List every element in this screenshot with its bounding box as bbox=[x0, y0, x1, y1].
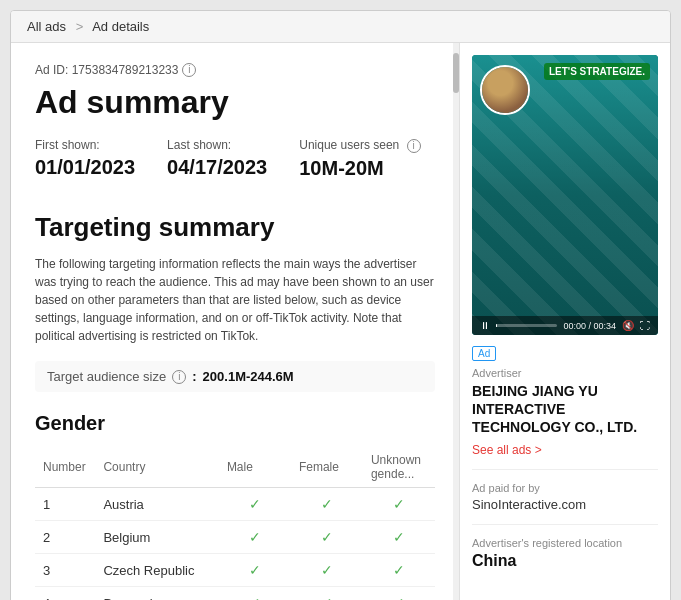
last-shown-label: Last shown: bbox=[167, 138, 267, 152]
unique-users-stat: Unique users seen i 10M-20M bbox=[299, 138, 420, 180]
unique-users-label: Unique users seen i bbox=[299, 138, 420, 153]
cell-unknown: ✓ bbox=[363, 554, 435, 587]
cell-country: Austria bbox=[95, 488, 218, 521]
gender-table: Number Country Male Female Unknown gende… bbox=[35, 447, 435, 600]
col-header-number: Number bbox=[35, 447, 95, 488]
table-row: 3 Czech Republic ✓ ✓ ✓ bbox=[35, 554, 435, 587]
cell-female: ✓ bbox=[291, 587, 363, 600]
cell-unknown: ✓ bbox=[363, 488, 435, 521]
cell-male: ✓ bbox=[219, 587, 291, 600]
breadcrumb-separator: > bbox=[76, 19, 84, 34]
reg-location-label: Advertiser's registered location bbox=[472, 537, 658, 549]
col-header-unknown: Unknown gende... bbox=[363, 447, 435, 488]
first-shown-label: First shown: bbox=[35, 138, 135, 152]
divider-1 bbox=[472, 469, 658, 470]
cell-male: ✓ bbox=[219, 488, 291, 521]
col-header-female: Female bbox=[291, 447, 363, 488]
unique-users-value: 10M-20M bbox=[299, 157, 420, 180]
cell-unknown: ✓ bbox=[363, 521, 435, 554]
cell-male: ✓ bbox=[219, 521, 291, 554]
breadcrumb-all-ads[interactable]: All ads bbox=[27, 19, 66, 34]
expand-icon[interactable]: ⛶ bbox=[640, 320, 650, 331]
paid-by-value: SinoInteractive.com bbox=[472, 497, 658, 512]
gender-section-title: Gender bbox=[35, 412, 435, 435]
paid-by-label: Ad paid for by bbox=[472, 482, 658, 494]
video-overlay-text: LET'S STRATEGIZE. bbox=[544, 63, 650, 80]
last-shown-value: 04/17/2023 bbox=[167, 156, 267, 179]
targeting-description: The following targeting information refl… bbox=[35, 255, 435, 345]
table-row: 1 Austria ✓ ✓ ✓ bbox=[35, 488, 435, 521]
first-shown-stat: First shown: 01/01/2023 bbox=[35, 138, 135, 180]
cell-number: 3 bbox=[35, 554, 95, 587]
video-controls: ⏸ 00:00 / 00:34 🔇 ⛶ bbox=[472, 316, 658, 335]
window: All ads > Ad details Ad ID: 175383478921… bbox=[10, 10, 671, 600]
last-shown-stat: Last shown: 04/17/2023 bbox=[167, 138, 267, 180]
cell-country: Belgium bbox=[95, 521, 218, 554]
advertiser-label: Advertiser bbox=[472, 367, 658, 379]
progress-bar[interactable] bbox=[496, 324, 557, 327]
first-shown-value: 01/01/2023 bbox=[35, 156, 135, 179]
ad-id-row: Ad ID: 1753834789213233 i bbox=[35, 63, 435, 77]
breadcrumb-current: Ad details bbox=[92, 19, 149, 34]
cell-number: 4 bbox=[35, 587, 95, 600]
breadcrumb: All ads > Ad details bbox=[11, 11, 670, 43]
ad-badge: Ad bbox=[472, 346, 496, 361]
ad-id-text: Ad ID: 1753834789213233 bbox=[35, 63, 178, 77]
left-panel: Ad ID: 1753834789213233 i Ad summary Fir… bbox=[11, 43, 460, 600]
table-row: 2 Belgium ✓ ✓ ✓ bbox=[35, 521, 435, 554]
cell-country: Czech Republic bbox=[95, 554, 218, 587]
cell-female: ✓ bbox=[291, 521, 363, 554]
cell-country: Denmark bbox=[95, 587, 218, 600]
audience-size-row: Target audience size i : 200.1M-244.6M bbox=[35, 361, 435, 392]
cell-female: ✓ bbox=[291, 488, 363, 521]
col-header-country: Country bbox=[95, 447, 218, 488]
cell-unknown: ✓ bbox=[363, 587, 435, 600]
unique-users-info-icon[interactable]: i bbox=[407, 139, 421, 153]
volume-icon[interactable]: 🔇 bbox=[622, 320, 634, 331]
cell-female: ✓ bbox=[291, 554, 363, 587]
play-pause-button[interactable]: ⏸ bbox=[480, 320, 490, 331]
divider-2 bbox=[472, 524, 658, 525]
video-placeholder: LET'S STRATEGIZE. bbox=[472, 55, 658, 335]
video-character bbox=[480, 65, 530, 115]
audience-size-value: 200.1M-244.6M bbox=[203, 369, 294, 384]
progress-fill bbox=[496, 324, 497, 327]
audience-size-info-icon[interactable]: i bbox=[172, 370, 186, 384]
table-row: 4 Denmark ✓ ✓ ✓ bbox=[35, 587, 435, 600]
time-display: 00:00 / 00:34 bbox=[563, 321, 616, 331]
content-area: Ad ID: 1753834789213233 i Ad summary Fir… bbox=[11, 43, 670, 600]
advertiser-name: BEIJING JIANG YU INTERACTIVE TECHNOLOGY … bbox=[472, 382, 658, 437]
stats-row: First shown: 01/01/2023 Last shown: 04/1… bbox=[35, 138, 435, 180]
audience-size-label: Target audience size bbox=[47, 369, 166, 384]
see-all-ads-link[interactable]: See all ads > bbox=[472, 443, 658, 457]
right-panel: LET'S STRATEGIZE. ⏸ 00:00 / 00:34 🔇 ⛶ Ad… bbox=[460, 43, 670, 600]
cell-number: 2 bbox=[35, 521, 95, 554]
cell-number: 1 bbox=[35, 488, 95, 521]
ad-id-info-icon[interactable]: i bbox=[182, 63, 196, 77]
col-header-male: Male bbox=[219, 447, 291, 488]
reg-location-value: China bbox=[472, 552, 658, 570]
video-container[interactable]: LET'S STRATEGIZE. ⏸ 00:00 / 00:34 🔇 ⛶ bbox=[472, 55, 658, 335]
cell-male: ✓ bbox=[219, 554, 291, 587]
targeting-summary-title: Targeting summary bbox=[35, 212, 435, 243]
page-title: Ad summary bbox=[35, 85, 435, 120]
